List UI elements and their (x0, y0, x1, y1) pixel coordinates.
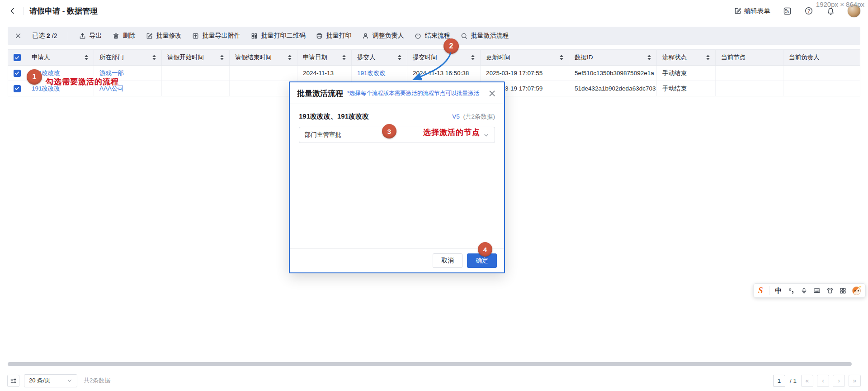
viewport-size-annotation: 868px × 391px (816, 0, 864, 8)
sort-icon[interactable] (467, 55, 475, 61)
page-title: 请假申请 - 数据管理 (29, 6, 98, 16)
help-icon[interactable]: ? (804, 6, 814, 16)
col-header-data-id[interactable]: 数据ID (569, 50, 657, 65)
prev-page-button[interactable]: ‹ (817, 375, 829, 387)
power-icon (415, 33, 421, 39)
col-header-flow-status[interactable]: 流程状态 (657, 50, 716, 65)
ime-toolbar: S 中 ✦ (753, 283, 866, 298)
sort-order-button[interactable] (7, 375, 19, 387)
col-header-current-owner: 当前负责人 (783, 50, 860, 65)
adjust-owner-button[interactable]: 调整负责人 (362, 32, 404, 40)
cancel-button[interactable]: 取消 (433, 253, 462, 268)
sort-icon[interactable] (149, 55, 156, 61)
batch-edit-button[interactable]: 批量修改 (146, 32, 181, 40)
col-header-apply-date[interactable]: 申请日期 (297, 50, 352, 65)
bulk-action-toolbar: 已选 2/2 导出 删除 批量修改 批量导出附件 批量打印二维码 批量打印 (8, 27, 860, 45)
col-header-current-node: 当前节点 (716, 50, 783, 65)
sort-icon[interactable] (556, 55, 563, 61)
export-icon (79, 33, 86, 39)
col-header-department[interactable]: 所在部门 (94, 50, 162, 65)
cell-leave-start (162, 81, 230, 96)
toolbar-divider (68, 32, 68, 40)
step-1-badge: 1 (27, 69, 42, 85)
back-button[interactable] (7, 5, 18, 16)
select-all-checkbox[interactable] (14, 54, 21, 61)
annotation-select-node: 选择激活的节点 (423, 127, 480, 138)
batch-print-qrcode-button[interactable]: 批量打印二维码 (251, 32, 305, 40)
cell-leave-start (162, 66, 230, 81)
translate-icon[interactable]: A (782, 6, 792, 16)
sort-icon[interactable] (217, 55, 224, 61)
step-4-badge: 4 (478, 242, 492, 257)
cell-data-id: 51de432a1b902deda63dc703 (569, 81, 657, 96)
edit-square-icon (146, 33, 153, 39)
modal-title: 批量激活流程 (297, 88, 343, 99)
horizontal-scrollbar[interactable] (8, 362, 852, 366)
modal-header: 批量激活流程 *选择每个流程版本需要激活的流程节点可以批量激活 (290, 82, 504, 104)
cell-data-id: 5ef510c1350b309875092e1a (569, 66, 657, 81)
keyboard-icon[interactable] (813, 287, 821, 294)
sort-icon[interactable] (81, 55, 88, 61)
cell-update-time: 2025-03-19 17:07:55 (481, 66, 569, 81)
selected-count: 已选 2/2 (32, 32, 57, 40)
toolbox-icon[interactable] (840, 287, 846, 294)
next-page-button[interactable]: › (833, 375, 845, 387)
header-divider (24, 7, 24, 15)
ime-divider (769, 286, 769, 295)
flow-version: V5 (共2条数据) (452, 113, 495, 121)
emoji-icon[interactable]: ✦ (852, 286, 861, 295)
close-icon[interactable] (487, 89, 497, 99)
edit-form-button[interactable]: 编辑表单 (734, 7, 770, 15)
batch-print-button[interactable]: 批量打印 (316, 32, 351, 40)
svg-text:?: ? (807, 9, 810, 14)
modal-footer: 取消 确定 (290, 248, 504, 272)
chevron-down-icon (483, 132, 489, 138)
end-flow-button[interactable]: 结束流程 (415, 32, 450, 40)
sogou-logo[interactable]: S (758, 286, 763, 296)
batch-activate-flow-button[interactable]: 批量激活流程 (461, 32, 509, 40)
chevron-down-icon (67, 378, 72, 383)
skin-icon[interactable] (826, 287, 834, 294)
app-window: 请假申请 - 数据管理 编辑表单 A ? 868px × 391px (0, 0, 868, 391)
trash-icon (113, 33, 119, 39)
first-page-button[interactable]: « (801, 375, 813, 387)
col-header-applicant[interactable]: 申请人 (26, 50, 94, 65)
total-count-text: 共2条数据 (84, 377, 110, 385)
col-header-leave-end[interactable]: 请假结束时间 (230, 50, 297, 65)
microphone-icon[interactable] (801, 287, 807, 294)
cell-current-owner (783, 81, 860, 96)
cell-leave-end (230, 66, 297, 81)
page-size-select[interactable]: 20 条/页 (24, 374, 77, 387)
row-checkbox[interactable] (14, 70, 21, 77)
printer-icon (316, 33, 323, 39)
sort-icon[interactable] (339, 55, 346, 61)
cell-current-node (716, 81, 783, 96)
punctuation-icon[interactable] (788, 287, 795, 294)
qrcode-icon (251, 33, 258, 39)
export-button[interactable]: 导出 (79, 32, 102, 40)
col-header-leave-start[interactable]: 请假开始时间 (162, 50, 230, 65)
cell-current-node (716, 66, 783, 81)
sort-icon[interactable] (703, 55, 710, 61)
modal-note: *选择每个流程版本需要激活的流程节点可以批量激活 (347, 90, 479, 97)
sort-icon[interactable] (644, 55, 651, 61)
flow-group-title: 191改改改、191改改改 (299, 112, 369, 121)
total-pages-text: / 1 (790, 377, 797, 384)
node-select-value: 部门主管审批 (305, 131, 341, 139)
annotation-arrow (398, 45, 458, 88)
export-attachment-icon (192, 33, 199, 39)
last-page-button[interactable]: » (849, 375, 861, 387)
cell-flow-status: 手动结束 (657, 66, 716, 81)
current-page-box[interactable]: 1 (773, 375, 785, 387)
row-checkbox[interactable] (14, 85, 21, 92)
batch-export-attachments-button[interactable]: 批量导出附件 (192, 32, 240, 40)
col-header-update-time[interactable]: 更新时间 (481, 50, 569, 65)
clear-selection-button[interactable] (15, 33, 21, 39)
sort-icon[interactable] (284, 55, 292, 61)
delete-button[interactable]: 删除 (113, 32, 135, 40)
cell-apply-date: 2024-11-13 (297, 66, 352, 81)
cell-flow-status: 手动结束 (657, 81, 716, 96)
cell-current-owner (783, 66, 860, 81)
cell-leave-end (230, 81, 297, 96)
chinese-mode-toggle[interactable]: 中 (775, 286, 782, 295)
